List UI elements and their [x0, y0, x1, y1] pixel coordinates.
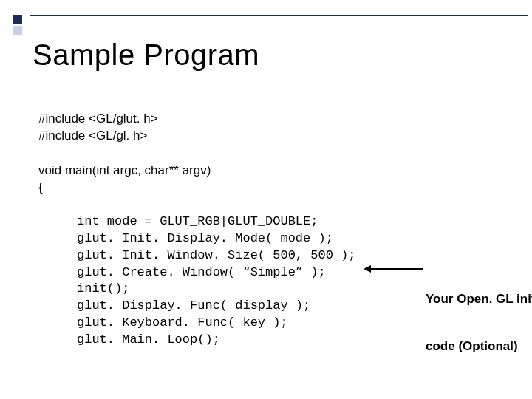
code-line: glut. Main. Loop(); — [77, 332, 220, 347]
top-rule — [30, 15, 528, 16]
annotation: Your Open. GL initialization code (Optio… — [426, 260, 532, 386]
code-line: #include <GL/glut. h> — [38, 111, 525, 128]
code-line: #include <GL/gl. h> — [38, 128, 525, 145]
corner-bullets — [13, 15, 22, 37]
function-body: int mode = GLUT_RGB|GLUT_DOUBLE; glut. I… — [77, 197, 525, 399]
brace-open: { — [38, 180, 525, 197]
code-line: glut. Keyboard. Func( key ); — [77, 316, 288, 330]
code-line: glut. Create. Window( “Simple” ); — [77, 265, 326, 279]
slide: Sample Program #include <GL/glut. h> #in… — [0, 0, 532, 399]
slide-title: Sample Program — [33, 38, 259, 72]
slide-content: #include <GL/glut. h> #include <GL/gl. h… — [38, 111, 525, 399]
code-line: int mode = GLUT_RGB|GLUT_DOUBLE; — [77, 214, 318, 228]
square-icon — [13, 26, 22, 35]
code-line: glut. Init. Window. Size( 500, 500 ); — [77, 248, 355, 262]
code-line: glut. Init. Display. Mode( mode ); — [77, 231, 333, 245]
main-signature: void main(int argc, char** argv) — [38, 163, 525, 180]
code-line: glut. Display. Func( display ); — [77, 299, 310, 313]
code-line: init(); — [77, 282, 129, 296]
include-block: #include <GL/glut. h> #include <GL/gl. h… — [38, 111, 525, 145]
annotation-line: code (Optional) — [426, 338, 532, 354]
arrow-icon — [365, 268, 423, 270]
annotation-line: Your Open. GL initialization — [426, 291, 532, 307]
square-icon — [13, 15, 22, 24]
